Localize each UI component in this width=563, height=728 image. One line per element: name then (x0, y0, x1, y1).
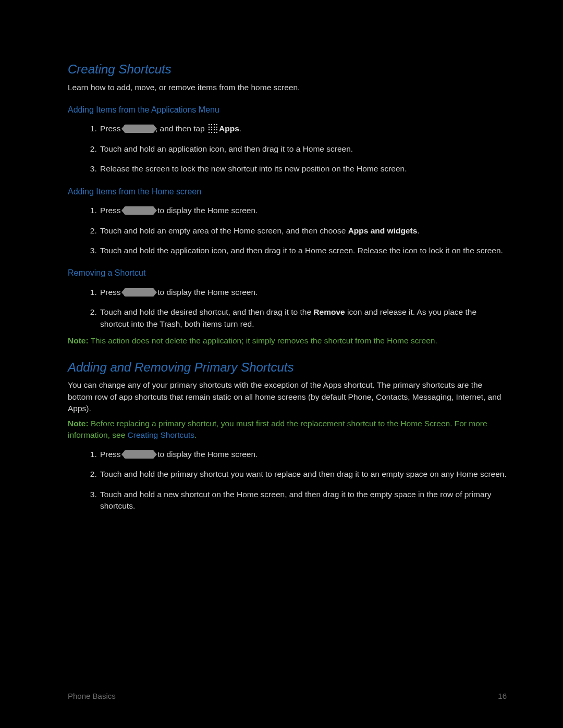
step-item: Press to display the Home screen. (99, 449, 507, 460)
step-text: . (239, 124, 241, 133)
step-item: Touch and hold the application icon, and… (99, 245, 507, 256)
subheading-adding-home-screen: Adding Items from the Home screen (68, 186, 507, 198)
apps-grid-icon (208, 124, 217, 133)
step-text: Touch and hold the desired shortcut, and… (100, 307, 313, 316)
note-body: This action does not delete the applicat… (89, 336, 437, 345)
step-item: Touch and hold a new shortcut on the Hom… (99, 489, 507, 512)
steps-list: Press to display the Home screen. Touch … (68, 205, 507, 256)
step-text: to display the Home screen. (155, 288, 258, 297)
intro-text: You can change any of your primary short… (68, 379, 507, 414)
step-text: to display the Home screen. (155, 450, 258, 459)
note-label: Note: (68, 419, 89, 428)
note-label: Note: (68, 336, 89, 345)
step-item: Press , and then tap Apps. (99, 123, 507, 134)
note-body: . (194, 430, 197, 439)
intro-text: Learn how to add, move, or remove items … (68, 82, 507, 93)
step-item: Release the screen to lock the new short… (99, 163, 507, 175)
steps-list: Press to display the Home screen. Touch … (68, 287, 507, 330)
note-text: Note: This action does not delete the ap… (68, 335, 507, 347)
step-text: Press (100, 206, 123, 215)
step-item: Touch and hold an application icon, and … (99, 143, 507, 155)
step-text: Press (100, 124, 123, 133)
home-button-icon (124, 125, 154, 133)
steps-list: Press , and then tap Apps. Touch and hol… (68, 123, 507, 175)
step-text-bold: Remove (313, 307, 345, 316)
footer-page-number: 16 (498, 690, 507, 702)
step-text: Press (100, 450, 123, 459)
home-button-icon (124, 450, 154, 459)
steps-list: Press to display the Home screen. Touch … (68, 449, 507, 512)
step-text: to display the Home screen. (155, 206, 258, 215)
heading-creating-shortcuts: Creating Shortcuts (68, 60, 507, 79)
step-item: Touch and hold an empty area of the Home… (99, 225, 507, 237)
step-item: Press to display the Home screen. (99, 287, 507, 298)
step-item: Touch and hold the primary shortcut you … (99, 468, 507, 480)
link-creating-shortcuts[interactable]: Creating Shortcuts (128, 430, 194, 439)
subheading-removing-shortcut: Removing a Shortcut (68, 267, 507, 279)
step-text: , and then tap (155, 124, 207, 133)
home-button-icon (124, 206, 154, 215)
step-text-bold: Apps (219, 124, 239, 133)
step-item: Press to display the Home screen. (99, 205, 507, 216)
page-footer: Phone Basics 16 (68, 690, 507, 702)
heading-primary-shortcuts: Adding and Removing Primary Shortcuts (68, 359, 507, 377)
subheading-adding-apps-menu: Adding Items from the Applications Menu (68, 104, 507, 116)
step-text: . (417, 226, 419, 235)
footer-section: Phone Basics (68, 690, 116, 702)
step-text: Touch and hold an empty area of the Home… (100, 226, 348, 235)
step-text: Press (100, 288, 123, 297)
step-text-bold: Apps and widgets (348, 226, 418, 235)
step-item: Touch and hold the desired shortcut, and… (99, 306, 507, 330)
note-text: Note: Before replacing a primary shortcu… (68, 418, 507, 441)
home-button-icon (124, 288, 154, 297)
